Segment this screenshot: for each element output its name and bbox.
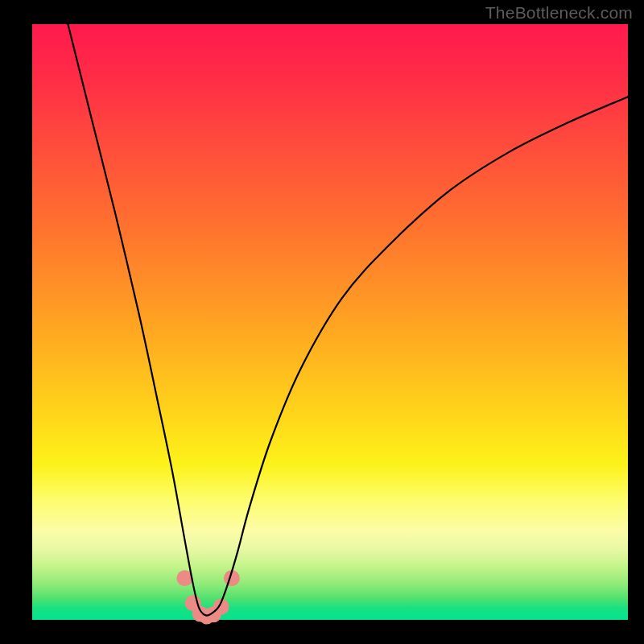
bottleneck-curve [68,24,628,616]
chart-svg [32,24,628,620]
chart-frame: TheBottleneck.com [0,0,644,644]
watermark-text: TheBottleneck.com [485,3,633,23]
chart-plot-area [32,24,628,620]
